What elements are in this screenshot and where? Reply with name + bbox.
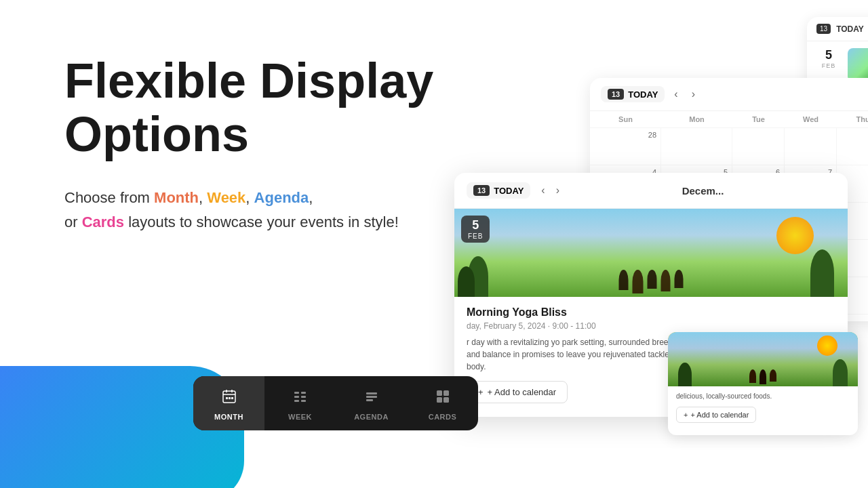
event-image-placeholder: 5 FEB bbox=[454, 209, 848, 297]
far-event-image bbox=[848, 48, 868, 82]
svg-rect-9 bbox=[294, 400, 299, 402]
event-card-right-desc: delicious, locally-sourced foods. bbox=[676, 392, 850, 401]
title-line2: Options bbox=[64, 107, 249, 161]
event-time-separator: · bbox=[548, 321, 553, 331]
main-next-btn[interactable]: › bbox=[552, 183, 564, 198]
main-cal-nav: ‹ › bbox=[537, 183, 564, 198]
subtitle-prefix: Choose from bbox=[64, 189, 154, 206]
svg-rect-13 bbox=[366, 392, 377, 394]
svg-rect-11 bbox=[301, 396, 306, 398]
day-blank4 bbox=[837, 128, 868, 165]
add-to-calendar-btn[interactable]: + + Add to calendar bbox=[467, 381, 568, 403]
next-month-btn[interactable]: › bbox=[688, 87, 699, 102]
main-month-title: Decem... bbox=[570, 185, 835, 197]
event-date-month: FEB bbox=[468, 232, 483, 240]
day-blank2 bbox=[732, 128, 785, 165]
svg-rect-7 bbox=[294, 392, 299, 394]
main-title: Flexible Display Options bbox=[64, 54, 458, 161]
far-today-num: 13 bbox=[816, 24, 831, 34]
svg-rect-6 bbox=[231, 397, 233, 399]
svg-rect-8 bbox=[294, 396, 299, 398]
tue-header: Tue bbox=[732, 111, 785, 128]
wed-header: Wed bbox=[785, 111, 837, 128]
mon-header: Mon bbox=[661, 111, 732, 128]
month-highlight: Month bbox=[154, 189, 199, 206]
agenda-highlight: Agenda bbox=[254, 189, 309, 206]
event-card-right-add-btn[interactable]: + + Add to calendar bbox=[676, 407, 756, 423]
event-card-right-add-label: + Add to calendar bbox=[690, 411, 749, 419]
svg-rect-0 bbox=[223, 391, 235, 403]
agenda-icon bbox=[363, 388, 380, 409]
svg-rect-15 bbox=[366, 399, 373, 401]
event-date-day: 5 bbox=[468, 218, 483, 232]
day-blank bbox=[661, 128, 732, 165]
thu-header: Thu bbox=[837, 111, 868, 128]
week-highlight: Week bbox=[207, 189, 245, 206]
calendar-bg-header: 13 TODAY ‹ › December 20... bbox=[590, 78, 868, 111]
week-icon bbox=[292, 388, 309, 409]
subtitle: Choose from Month, Week, Agenda, or Card… bbox=[64, 186, 458, 233]
far-day-num: 5 bbox=[825, 48, 832, 62]
event-card-right-image bbox=[668, 332, 858, 386]
cards-icon bbox=[435, 388, 451, 409]
event-time-text: 9:00 - 11:00 bbox=[553, 321, 596, 331]
month-nav-label: MONTH bbox=[214, 413, 243, 421]
today-label: TODAY bbox=[628, 89, 658, 100]
today-day-num: 13 bbox=[608, 89, 624, 100]
event-date-badge: 5 FEB bbox=[461, 216, 490, 243]
svg-rect-19 bbox=[443, 397, 449, 403]
nav-agenda[interactable]: AGENDA bbox=[336, 376, 407, 430]
svg-rect-14 bbox=[366, 396, 377, 398]
nav-month[interactable]: MONTH bbox=[193, 376, 264, 430]
plus-icon: + bbox=[684, 411, 688, 419]
day-blank3 bbox=[785, 128, 837, 165]
cards-nav-label: CARDS bbox=[429, 413, 457, 421]
agenda-nav-label: AGENDA bbox=[354, 413, 389, 421]
prev-month-btn[interactable]: ‹ bbox=[670, 87, 682, 102]
day-28[interactable]: 28 bbox=[590, 128, 661, 165]
event-card-right: delicious, locally-sourced foods. + + Ad… bbox=[668, 332, 858, 435]
svg-rect-5 bbox=[229, 397, 231, 399]
svg-rect-10 bbox=[301, 392, 306, 394]
main-prev-btn[interactable]: ‹ bbox=[537, 183, 549, 198]
svg-rect-18 bbox=[437, 397, 442, 403]
far-today-label: TODAY bbox=[836, 24, 864, 34]
far-date-col: 5 FEB bbox=[816, 48, 841, 82]
far-month: FEB bbox=[822, 62, 836, 69]
event-date-text: day, February 5, 2024 bbox=[467, 321, 546, 331]
main-today-badge[interactable]: 13 TODAY bbox=[467, 182, 530, 199]
svg-rect-17 bbox=[443, 390, 449, 396]
svg-rect-4 bbox=[226, 397, 228, 399]
event-meta: day, February 5, 2024 · 9:00 - 11:00 bbox=[467, 321, 835, 331]
month-icon bbox=[221, 388, 237, 409]
event-title: Morning Yoga Bliss bbox=[467, 306, 835, 319]
nav-week[interactable]: WEEK bbox=[264, 376, 336, 430]
event-image-container: 5 FEB bbox=[454, 209, 848, 297]
calendar-far-header: 13 TODAY bbox=[807, 17, 868, 41]
hero-section: Flexible Display Options Choose from Mon… bbox=[64, 54, 458, 234]
main-cal-header: 13 TODAY ‹ › Decem... bbox=[454, 173, 848, 209]
title-line1: Flexible Display bbox=[64, 54, 433, 108]
event-card-right-info: delicious, locally-sourced foods. + + Ad… bbox=[668, 386, 858, 428]
nav-cards[interactable]: CARDS bbox=[407, 376, 478, 430]
plus-icon: + bbox=[478, 387, 484, 397]
add-calendar-label: + Add to calendar bbox=[488, 387, 557, 397]
view-selector-nav: MONTH WEEK AGENDA bbox=[193, 376, 478, 430]
week-nav-label: WEEK bbox=[288, 413, 312, 421]
main-today-num: 13 bbox=[473, 185, 490, 196]
today-badge[interactable]: 13 TODAY bbox=[601, 86, 665, 102]
main-today-label: TODAY bbox=[494, 186, 524, 196]
cards-highlight: Cards bbox=[82, 214, 124, 230]
sun-header: Sun bbox=[590, 111, 661, 128]
svg-rect-16 bbox=[437, 390, 442, 396]
svg-rect-12 bbox=[301, 400, 306, 402]
